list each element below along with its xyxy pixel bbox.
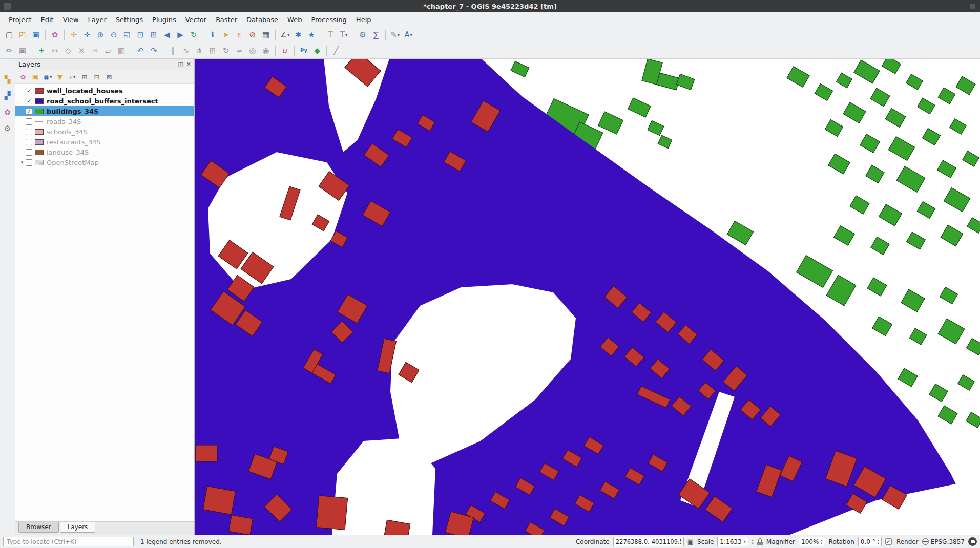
toolbar-icon-annotation[interactable]: ✎▾ <box>389 29 401 41</box>
panel-toolbar-icon-filter-legend[interactable]: ▼ <box>54 71 66 82</box>
spin-down-icon[interactable]: ▾ <box>878 542 879 545</box>
messages-button[interactable] <box>968 537 977 546</box>
toolbar-icon-zoom-in[interactable]: ⊕ <box>94 29 107 41</box>
toolbar-icon-save-project[interactable]: ▣ <box>30 29 42 41</box>
toolbar-icon-zoom-full[interactable]: ◱ <box>121 29 133 41</box>
layer-item-well_located_houses[interactable]: ✓well_located_houses <box>15 86 194 96</box>
menu-processing[interactable]: Processing <box>306 13 351 26</box>
toolbar-icon-open-attribute-table[interactable]: ▦ <box>260 29 272 41</box>
panel-toolbar-icon-filter-by-expression[interactable]: ε▾ <box>67 71 78 82</box>
toolbar-icon-copy-features[interactable]: ▱ <box>102 45 114 57</box>
toolbar-icon-identify-features[interactable]: ℹ <box>206 29 219 41</box>
menu-view[interactable]: View <box>58 13 84 26</box>
scale-spinner[interactable]: ▴ ▾ <box>752 539 754 545</box>
toolbar-icon-select-by-expression[interactable]: ε <box>233 29 245 41</box>
toolbar-icon-offset-curve[interactable]: ∥ <box>166 45 179 57</box>
toolbar-icon-select-features[interactable]: ➤ <box>220 29 232 41</box>
toolbar-icon-redo[interactable]: ↷ <box>148 45 160 57</box>
layer-item-landuse_34s[interactable]: landuse_34S <box>15 147 194 157</box>
panel-tab-layers[interactable]: Layers <box>60 522 96 533</box>
layer-visibility-checkbox[interactable]: ✓ <box>26 108 32 115</box>
crs-indicator[interactable]: EPSG:3857 <box>922 538 965 545</box>
toolbar-icon-undo[interactable]: ↶ <box>134 45 147 57</box>
toolbar-icon-statistical-summary[interactable]: ∑ <box>370 29 382 41</box>
layer-item-roads_34s[interactable]: roads_34S <box>15 116 194 127</box>
toolbar-icon-new-bookmark[interactable]: ★ <box>305 29 318 41</box>
toolbar-icon-processing-toolbox[interactable]: ⚙ <box>357 29 369 41</box>
toolbar-icon-new-project[interactable]: ▢ <box>3 29 15 41</box>
toolbar-icon-toggle-editing[interactable]: ✏ <box>3 45 15 57</box>
layer-item-restaurants_34s[interactable]: restaurants_34S <box>15 137 194 147</box>
toolbar-icon-deselect-features[interactable]: ⊘ <box>246 29 259 41</box>
toolbar-icon-browser-panel[interactable]: ▚ <box>2 73 14 86</box>
menu-project[interactable]: Project <box>4 13 36 26</box>
toolbar-icon-layer-labeling[interactable]: T <box>324 29 337 41</box>
rotation-spinbox[interactable]: 0.0 ° ▴ ▾ <box>858 537 882 546</box>
toolbar-icon-add-layer[interactable]: ▞ <box>2 90 14 102</box>
toolbar-icon-processing-panel[interactable]: ⚙ <box>2 122 14 135</box>
layer-visibility-checkbox[interactable] <box>26 139 32 145</box>
coordinate-input[interactable] <box>613 537 684 546</box>
layer-visibility-checkbox[interactable] <box>26 118 32 125</box>
panel-toolbar-icon-collapse-all[interactable]: ⊟ <box>91 71 102 82</box>
panel-toolbar-icon-manage-map-themes[interactable]: ◉▾ <box>42 71 53 82</box>
magnifier-spinner[interactable]: ▴ ▾ <box>821 539 822 545</box>
toolbar-icon-vertex-tool[interactable]: ◇ <box>62 45 74 57</box>
layer-visibility-checkbox[interactable]: ✓ <box>26 98 32 104</box>
toolbar-icon-zoom-next[interactable]: ▶ <box>174 29 186 41</box>
toolbar-icon-add-feature[interactable]: + <box>35 45 48 57</box>
menu-vector[interactable]: Vector <box>181 13 211 26</box>
toolbar-icon-pan-to-selection[interactable]: ✛ <box>81 29 93 41</box>
expand-arrow-icon[interactable]: ▾ <box>18 160 26 165</box>
toolbar-icon-cut-features[interactable]: ✂ <box>89 45 101 57</box>
toolbar-icon-refresh-map[interactable]: ↻ <box>187 29 200 41</box>
toolbar-icon-fill-ring[interactable]: ◉ <box>260 45 272 57</box>
magnifier-spinbox[interactable]: 100% ▴ ▾ <box>799 537 825 546</box>
toolbar-icon-measure[interactable]: ∠▾ <box>279 29 291 41</box>
panel-toolbar-icon-open-layer-styling[interactable]: ✿ <box>17 71 29 82</box>
layer-item-road_school_buffers_intersect[interactable]: ✓road_school_buffers_intersect <box>15 96 194 106</box>
toolbar-icon-open-project[interactable]: ◰ <box>16 29 29 41</box>
panel-tab-browser[interactable]: Browser <box>18 522 59 533</box>
menu-help[interactable]: Help <box>351 13 376 26</box>
lock-scale-icon[interactable] <box>757 538 763 545</box>
toolbar-icon-reshape-features[interactable]: ∿ <box>180 45 192 57</box>
toolbar-icon-zoom-last[interactable]: ◀ <box>161 29 173 41</box>
toolbar-icon-zoom-to-layer[interactable]: ⊞ <box>148 29 160 41</box>
toolbar-icon-map-tips[interactable]: ✱ <box>292 29 304 41</box>
toolbar-icon-add-ring[interactable]: ◎ <box>246 45 259 57</box>
panel-toolbar-icon-expand-all[interactable]: ⊞ <box>79 71 90 82</box>
layer-visibility-checkbox[interactable] <box>26 149 32 156</box>
menu-layer[interactable]: Layer <box>84 13 111 26</box>
float-panel-icon[interactable]: ◫ <box>178 61 183 68</box>
window-button[interactable] <box>970 4 975 9</box>
spin-down-icon[interactable]: ▾ <box>752 542 754 545</box>
toolbar-icon-draw-line[interactable]: ╱ <box>330 45 342 57</box>
toolbar-icon-move-feature[interactable]: ↔ <box>49 45 61 57</box>
layer-visibility-checkbox[interactable]: ✓ <box>26 88 32 94</box>
map-canvas[interactable] <box>195 59 980 535</box>
panel-toolbar-icon-add-group[interactable]: ▣ <box>30 71 41 82</box>
menu-plugins[interactable]: Plugins <box>148 13 181 26</box>
layer-item-schools_34s[interactable]: schools_34S <box>15 127 194 137</box>
toolbar-icon-simplify-feature[interactable]: ≈ <box>233 45 245 57</box>
close-panel-icon[interactable]: ✕ <box>186 61 191 68</box>
toolbar-icon-label-options[interactable]: T▾ <box>338 29 350 41</box>
toolbar-icon-save-edits[interactable]: ▣ <box>16 45 29 57</box>
toolbar-icon-zoom-out[interactable]: ⊖ <box>108 29 120 41</box>
toolbar-icon-style-manager[interactable]: ✿ <box>49 29 61 41</box>
locate-input[interactable] <box>3 537 134 546</box>
layer-visibility-checkbox[interactable] <box>26 129 32 135</box>
toolbar-icon-snapping-options[interactable]: ∪ <box>279 45 291 57</box>
menu-edit[interactable]: Edit <box>36 13 58 26</box>
toolbar-icon-merge-features[interactable]: ⊞ <box>206 45 219 57</box>
rotation-spinner[interactable]: ▴ ▾ <box>878 539 879 545</box>
spin-down-icon[interactable]: ▾ <box>821 542 822 545</box>
toolbar-icon-split-features[interactable]: ⋔ <box>193 45 205 57</box>
toolbar-icon-plugin-manager[interactable]: ◆ <box>311 45 323 57</box>
layer-visibility-checkbox[interactable] <box>26 159 32 166</box>
render-checkbox[interactable]: ✓ Render <box>885 538 919 545</box>
toolbar-icon-text-annotation[interactable]: A▾ <box>402 29 414 41</box>
scale-combo[interactable]: 1:1633 ▾ <box>717 537 748 546</box>
extent-icon[interactable]: ▣ <box>687 538 694 545</box>
